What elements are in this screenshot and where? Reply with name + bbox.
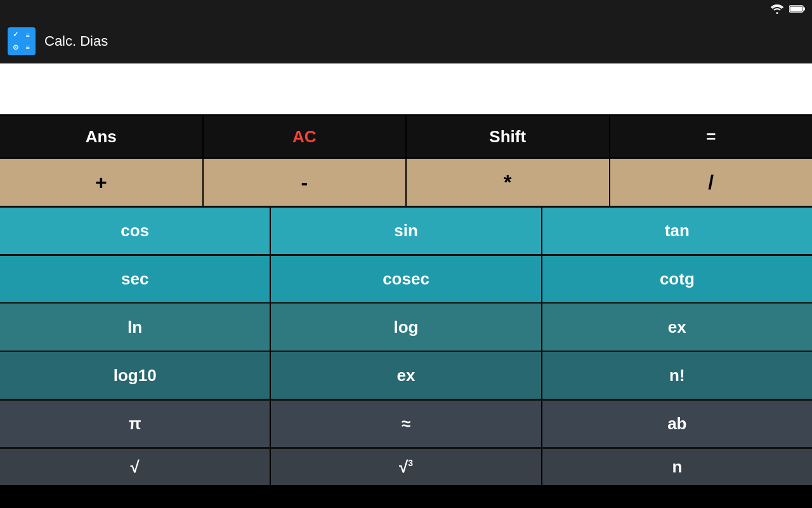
calc-body: Ans AC Shift = + - * / cos sin tan sec c…	[0, 114, 812, 508]
equals-button[interactable]: =	[610, 116, 813, 157]
wifi-icon	[770, 4, 784, 16]
log-button[interactable]: log	[271, 304, 542, 351]
arithmetic-row: + - * /	[0, 157, 812, 206]
icon-cell-4: ≡	[23, 42, 34, 53]
ex2-button[interactable]: ex	[271, 352, 542, 399]
sqrt-label: √	[131, 457, 140, 477]
icon-cell-1: ✓	[10, 30, 21, 41]
ab-button[interactable]: ab	[542, 401, 812, 447]
pi-button[interactable]: π	[0, 401, 271, 447]
sqrt-button[interactable]: √	[0, 449, 271, 485]
approx-button[interactable]: ≈	[271, 401, 542, 447]
plus-button[interactable]: +	[0, 159, 204, 206]
log1-row: ln log ex	[0, 302, 812, 351]
cbrt-label: √3	[399, 457, 413, 477]
cbrt-button[interactable]: √3	[271, 449, 542, 485]
nfact-button[interactable]: n!	[542, 352, 812, 399]
ex-button[interactable]: ex	[542, 304, 812, 351]
ac-button[interactable]: AC	[204, 116, 407, 157]
multiply-button[interactable]: *	[407, 159, 610, 206]
cos-button[interactable]: cos	[0, 208, 271, 254]
ln-button[interactable]: ln	[0, 304, 271, 351]
battery-icon	[789, 4, 806, 15]
app-icon: ✓ ≡ ⊙ ≡	[8, 27, 36, 55]
title-bar: ✓ ≡ ⊙ ≡ Calc. Dias	[0, 19, 812, 64]
app-title: Calc. Dias	[44, 33, 108, 50]
icon-cell-2: ≡	[23, 30, 34, 41]
sec-button[interactable]: sec	[0, 256, 271, 302]
log10-button[interactable]: log10	[0, 352, 271, 399]
svg-rect-1	[803, 7, 805, 10]
shift-button[interactable]: Shift	[407, 116, 610, 157]
misc1-row: π ≈ ab	[0, 399, 812, 447]
status-bar	[0, 0, 812, 19]
display-area	[0, 64, 812, 114]
tan-button[interactable]: tan	[542, 208, 812, 254]
icon-cell-3: ⊙	[10, 42, 21, 53]
cosec-button[interactable]: cosec	[271, 256, 542, 302]
misc2-row: √ √3 n	[0, 447, 812, 485]
control-row: Ans AC Shift =	[0, 114, 812, 157]
divide-button[interactable]: /	[610, 159, 813, 206]
minus-button[interactable]: -	[204, 159, 407, 206]
log2-row: log10 ex n!	[0, 351, 812, 399]
trig1-row: cos sin tan	[0, 206, 812, 254]
sin-button[interactable]: sin	[271, 208, 542, 254]
trig2-row: sec cosec cotg	[0, 254, 812, 302]
ans-button[interactable]: Ans	[0, 116, 204, 157]
cotg-button[interactable]: cotg	[542, 256, 812, 302]
n-button[interactable]: n	[542, 449, 812, 485]
svg-rect-2	[790, 6, 802, 11]
